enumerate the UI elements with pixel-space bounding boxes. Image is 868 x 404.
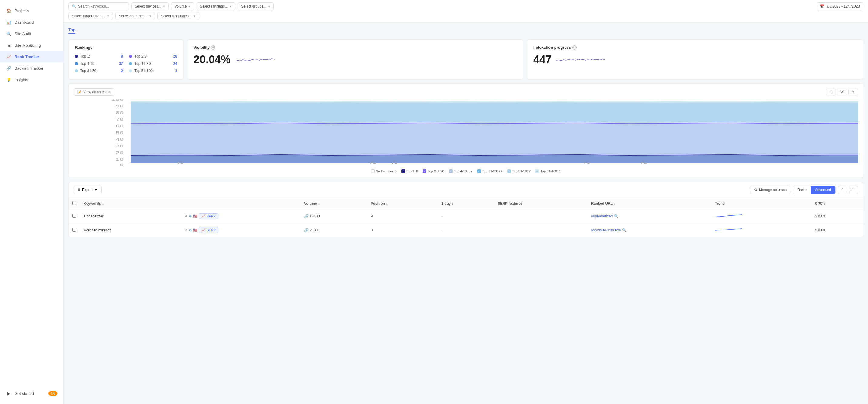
view-all-notes-button[interactable]: 📝 View all notes 👁 [73,88,115,96]
th-cpc[interactable]: CPC ↕ [811,198,863,209]
select-devices-dropdown[interactable]: Select devices... ▼ [131,2,169,10]
rankings-chart: 100 90 80 70 60 50 40 30 20 10 0 [73,99,858,166]
serp-button[interactable]: 📈 SERP [199,213,218,219]
keyword-search-field[interactable] [78,4,126,8]
sidebar-item-site-monitoring[interactable]: 🖥 Site Monitoring [0,39,63,51]
serp-button[interactable]: 📈 SERP [199,227,218,233]
period-w-button[interactable]: W [837,89,847,95]
export-label: Export [82,188,93,192]
chart-card: 📝 View all notes 👁 D W M [68,83,863,178]
chart-icon: 📈 [202,214,206,218]
cpc-value: $ 0.00 [815,228,825,232]
legend-checkbox-top1130[interactable]: ✓ [477,169,481,173]
ranking-row-top23: Top 2,3: 28 [129,53,177,59]
row-checkbox[interactable] [72,214,76,218]
chevron-down-icon: ▼ [162,5,165,8]
sidebar-item-label: Site Monitoring [14,43,41,48]
th-1day[interactable]: 1 day ↕ [438,198,494,209]
legend-top3150: ✓ Top 31-50: 2 [507,169,531,173]
rankings-card: Rankings Top 1: 8 Top 2,3: 28 [68,39,184,80]
dashboard-icon: 📊 [6,20,11,25]
sidebar-item-get-started[interactable]: ▶ Get started 4/6 [0,387,63,399]
select-target-urls-dropdown[interactable]: Select target URLs... ▼ [68,12,113,20]
legend-checkbox-top1[interactable]: ✓ [401,169,405,173]
select-countries-dropdown[interactable]: Select countries... ▼ [115,12,155,20]
row-checkbox-cell [69,223,80,237]
legend-checkbox-no-position[interactable] [371,169,375,173]
legend-no-position: No Position: 0 [371,169,397,173]
period-d-button[interactable]: D [827,89,836,95]
top3150-dot [75,69,78,72]
search-icon-url[interactable]: 🔍 [622,228,627,232]
sidebar-item-site-audit[interactable]: 🔍 Site Audit [0,28,63,39]
top-tab[interactable]: Top [68,28,75,34]
manage-columns-button[interactable]: ⚙ Manage columns [750,186,790,194]
legend-checkbox-top3150[interactable]: ✓ [507,169,511,173]
search-icon-url[interactable]: 🔍 [614,214,618,218]
fullscreen-button[interactable]: ⛶ [849,186,858,194]
oneday-cell: - [438,223,494,237]
serp-label: SERP [207,228,216,232]
table-toolbar: ⬇ Export ▼ ⚙ Manage columns Basic Advanc… [69,182,863,198]
sidebar: 🏠 Projects 📊 Dashboard 🔍 Site Audit 🖥 Si… [0,0,64,404]
select-languages-dropdown[interactable]: Select languages... ▼ [157,12,199,20]
collapse-button[interactable]: ⌃ [838,186,846,194]
table-row: words to minutes 🖥 G 🇺🇸 📈 SERP [69,223,863,237]
ranking-row-top51100: Top 51-100: 1 [129,68,177,74]
select-rankings-dropdown[interactable]: Select rankings... ▼ [196,2,235,10]
sidebar-item-insights[interactable]: 💡 Insights [0,74,63,85]
legend-checkbox-top51100[interactable]: ✓ [535,169,539,173]
th-ranked-url[interactable]: Ranked URL ↕ [588,198,711,209]
th-keywords[interactable]: Keywords ↕ [80,198,181,209]
top1-value: 8 [121,54,123,58]
select-all-checkbox[interactable] [72,201,76,205]
legend-top410: ✓ Top 4-10: 37 [449,169,472,173]
basic-view-button[interactable]: Basic [793,186,810,194]
svg-text:60: 60 [116,124,124,128]
indexation-title: Indexation progress ⓘ [533,45,857,50]
svg-text:90: 90 [116,104,124,108]
select-countries-label: Select countries... [119,14,148,18]
row-checkbox[interactable] [72,228,76,232]
date-range-picker[interactable]: 📅 9/8/2023 - 12/7/2023 [816,2,863,10]
volume-dropdown[interactable]: Volume ▼ [171,2,194,10]
volume-value: 18100 [310,214,319,218]
sidebar-item-label: Rank Tracker [14,55,39,59]
ranked-url-link[interactable]: /words-to-minutes/ [591,228,621,232]
th-trend: Trend [711,198,811,209]
link-icon: 🔗 [304,228,309,232]
period-m-button[interactable]: M [848,89,858,95]
volume-cell: 🔗 18100 [301,209,367,223]
search-keywords-input[interactable]: 🔍 [68,2,129,10]
sidebar-item-label: Site Audit [14,31,31,36]
volume-label: Volume [175,4,187,8]
indexation-info-icon[interactable]: ⓘ [572,45,577,50]
ranked-url-cell: /words-to-minutes/ 🔍 [588,223,711,237]
sidebar-item-backlink-tracker[interactable]: 🔗 Backlink Tracker [0,62,63,74]
visibility-info-icon[interactable]: ⓘ [211,45,215,50]
th-volume[interactable]: Volume ↕ [301,198,367,209]
cpc-cell: $ 0.00 [811,209,863,223]
serp-features-cell [494,223,588,237]
table-row: alphabetizer 🖥 G 🇺🇸 📈 SERP [69,209,863,223]
export-button[interactable]: ⬇ Export ▼ [73,186,102,194]
legend-top23: ✓ Top 2,3: 28 [423,169,444,173]
sidebar-item-dashboard[interactable]: 📊 Dashboard [0,17,63,28]
legend-checkbox-top410[interactable]: ✓ [449,169,453,173]
sidebar-item-rank-tracker[interactable]: 📈 Rank Tracker [0,51,63,62]
th-position[interactable]: Position ↕ [367,198,438,209]
trend-sparkline [715,212,742,219]
select-groups-dropdown[interactable]: Select groups... ▼ [238,2,274,10]
position-cell: 3 [367,223,438,237]
chart-icon: 📈 [202,228,206,232]
legend-checkbox-top23[interactable]: ✓ [423,169,427,173]
top3150-value: 2 [121,69,123,73]
ranked-url-link[interactable]: /alphabetizer/ [591,214,613,218]
keyword-devices-cell: 🖥 G 🇺🇸 📈 SERP [181,223,301,237]
advanced-view-button[interactable]: Advanced [811,186,835,194]
indexation-card: Indexation progress ⓘ 447 [527,39,863,80]
sidebar-item-projects[interactable]: 🏠 Projects [0,5,63,17]
monitor-icon: 🖥 [6,42,11,48]
svg-text:80: 80 [116,111,124,115]
serp-label: SERP [207,214,216,218]
